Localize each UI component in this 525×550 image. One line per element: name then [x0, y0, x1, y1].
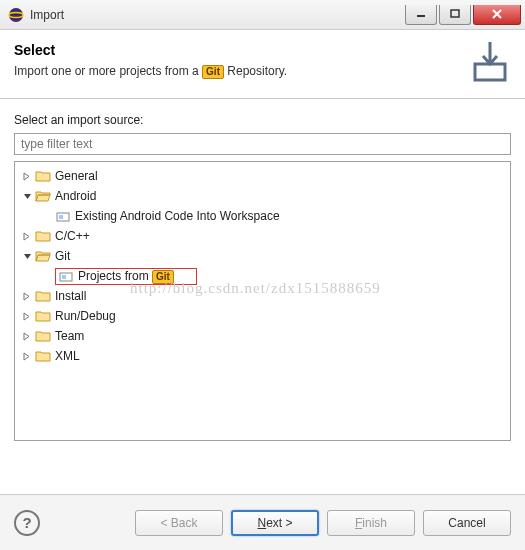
finish-button[interactable]: Finish	[327, 510, 415, 536]
chevron-right-icon[interactable]	[21, 350, 33, 362]
minimize-button[interactable]	[405, 5, 437, 25]
page-title: Select	[14, 42, 469, 58]
cancel-button[interactable]: Cancel	[423, 510, 511, 536]
filter-input[interactable]	[14, 133, 511, 155]
wizard-icon	[58, 269, 74, 283]
folder-icon	[35, 329, 51, 343]
next-button[interactable]: Next >	[231, 510, 319, 536]
folder-open-icon	[35, 189, 51, 203]
folder-icon	[35, 349, 51, 363]
tree-item-android-existing[interactable]: Existing Android Code Into Workspace	[17, 206, 508, 226]
folder-icon	[35, 309, 51, 323]
tree-node-general[interactable]: General	[17, 166, 508, 186]
git-badge-icon: Git	[202, 65, 224, 79]
tree-item-projects-from-git[interactable]: Projects from Git	[17, 266, 508, 286]
chevron-right-icon[interactable]	[21, 330, 33, 342]
source-label: Select an import source:	[14, 113, 511, 127]
app-icon	[8, 7, 24, 23]
back-button[interactable]: < Back	[135, 510, 223, 536]
tree-node-install[interactable]: Install	[17, 286, 508, 306]
page-description: Import one or more projects from a Git R…	[14, 64, 469, 79]
tree-node-ccpp[interactable]: C/C++	[17, 226, 508, 246]
chevron-down-icon[interactable]	[21, 190, 33, 202]
tree-node-android[interactable]: Android	[17, 186, 508, 206]
import-icon	[469, 42, 511, 84]
tree-node-git[interactable]: Git	[17, 246, 508, 266]
chevron-down-icon[interactable]	[21, 250, 33, 262]
tree-node-rundebug[interactable]: Run/Debug	[17, 306, 508, 326]
folder-icon	[35, 229, 51, 243]
git-badge-icon: Git	[152, 270, 174, 284]
chevron-right-icon[interactable]	[21, 290, 33, 302]
close-button[interactable]	[473, 5, 521, 25]
window-title: Import	[30, 8, 405, 22]
maximize-button[interactable]	[439, 5, 471, 25]
svg-rect-6	[451, 10, 459, 17]
chevron-right-icon[interactable]	[21, 230, 33, 242]
import-tree[interactable]: General Android Existing Android Code In…	[14, 161, 511, 441]
chevron-right-icon[interactable]	[21, 310, 33, 322]
tree-node-xml[interactable]: XML	[17, 346, 508, 366]
wizard-icon	[55, 209, 71, 223]
folder-icon	[35, 169, 51, 183]
chevron-right-icon[interactable]	[21, 170, 33, 182]
folder-icon	[35, 289, 51, 303]
tree-node-team[interactable]: Team	[17, 326, 508, 346]
folder-open-icon	[35, 249, 51, 263]
help-button[interactable]: ?	[14, 510, 40, 536]
